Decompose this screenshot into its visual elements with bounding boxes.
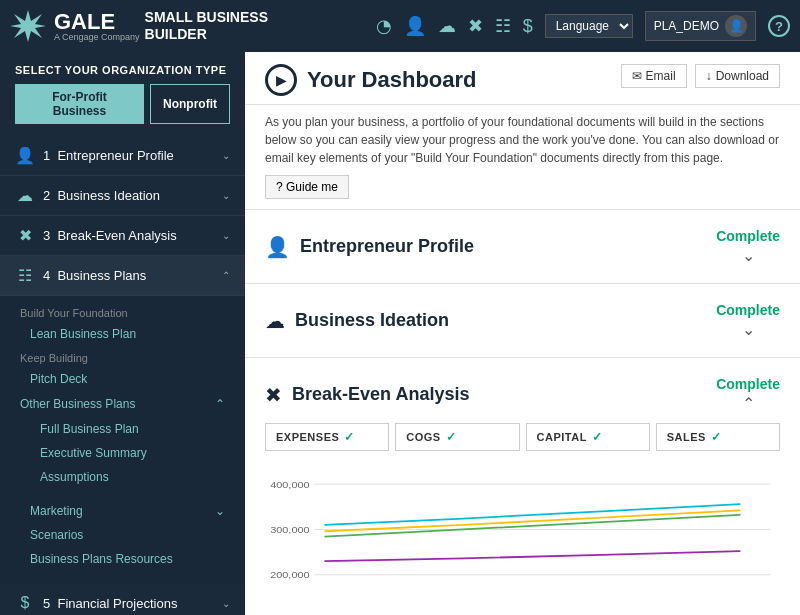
expenses-check-icon: ✓ — [344, 430, 355, 444]
lean-business-plan-item[interactable]: Lean Business Plan — [0, 322, 245, 346]
user-badge[interactable]: PLA_DEMO 👤 — [645, 11, 756, 41]
submenu-section1-label: Build Your Foundation — [0, 301, 245, 322]
expenses-label: EXPENSES — [276, 431, 339, 443]
ideation-section-icon: ☁ — [265, 309, 285, 333]
break-even-status: Complete — [716, 376, 780, 392]
org-type-buttons: For-Profit Business Nonprofit — [0, 84, 245, 136]
logo-gale: GALE — [54, 11, 140, 33]
sidebar-item-break-even[interactable]: ✖ 3 Break-Even Analysis ⌄ — [0, 216, 245, 256]
sales-label: SALES — [667, 431, 706, 443]
compass-icon[interactable]: ◔ — [376, 15, 392, 37]
dashboard-header: ▶ Your Dashboard ✉ Email ↓ Download — [245, 52, 800, 105]
executive-summary-item[interactable]: Executive Summary — [0, 441, 245, 465]
download-button[interactable]: ↓ Download — [695, 64, 780, 88]
sales-metric: SALES ✓ — [656, 423, 780, 451]
break-even-chevron-icon: ⌃ — [742, 394, 755, 413]
svg-text:400,000: 400,000 — [270, 479, 310, 490]
marketing-chevron-icon: ⌄ — [215, 504, 225, 518]
full-business-plan-item[interactable]: Full Business Plan — [0, 417, 245, 441]
user-label: PLA_DEMO — [654, 19, 719, 33]
break-even-section-icon: ✖ — [265, 383, 282, 407]
download-label: Download — [716, 69, 769, 83]
person-icon[interactable]: 👤 — [404, 15, 426, 37]
break-even-chart: 400,000 300,000 200,000 — [245, 461, 800, 615]
dollar-icon[interactable]: $ — [523, 16, 533, 37]
chevron-2-icon: ⌄ — [222, 190, 230, 201]
download-icon: ↓ — [706, 69, 712, 83]
plans-nav-icon: ☷ — [15, 266, 35, 285]
capital-label: CAPITAL — [537, 431, 587, 443]
dollar-nav-icon: $ — [15, 594, 35, 612]
sidebar-item-entrepreneur[interactable]: 👤 1 Entrepreneur Profile ⌄ — [0, 136, 245, 176]
svg-text:300,000: 300,000 — [270, 524, 310, 535]
assumptions-item[interactable]: Assumptions — [0, 465, 245, 489]
entrepreneur-section-title: Entrepreneur Profile — [300, 236, 474, 257]
nav-item-1-label: 1 Entrepreneur Profile — [43, 148, 174, 163]
chevron-4-icon: ⌃ — [222, 270, 230, 281]
entrepreneur-chevron-icon: ⌄ — [742, 246, 755, 265]
other-plans-chevron-icon: ⌃ — [215, 397, 225, 411]
nonprofit-button[interactable]: Nonprofit — [150, 84, 230, 124]
capital-check-icon: ✓ — [592, 430, 603, 444]
marketing-item[interactable]: Marketing ⌄ — [0, 499, 245, 523]
ideation-chevron-icon: ⌄ — [742, 320, 755, 339]
sidebar-title: SELECT YOUR ORGANIZATION TYPE — [0, 52, 245, 84]
main-layout: SELECT YOUR ORGANIZATION TYPE For-Profit… — [0, 52, 800, 615]
nav-item-5-label: 5 Financial Projections — [43, 596, 177, 611]
break-even-metrics: EXPENSES ✓ COGS ✓ CAPITAL ✓ SALES ✓ — [245, 423, 800, 461]
nav-item-3-label: 3 Break-Even Analysis — [43, 228, 177, 243]
file-icon[interactable]: ☷ — [495, 15, 511, 37]
entrepreneur-status: Complete — [716, 228, 780, 244]
chevron-1-icon: ⌄ — [222, 150, 230, 161]
graph-icon[interactable]: ✖ — [468, 15, 483, 37]
guide-me-button[interactable]: ? Guide me — [265, 175, 349, 199]
person-nav-icon: 👤 — [15, 146, 35, 165]
language-select[interactable]: Language — [545, 14, 633, 38]
svg-marker-0 — [10, 10, 46, 42]
cogs-label: COGS — [406, 431, 440, 443]
other-plans-items: Full Business Plan Executive Summary Ass… — [0, 417, 245, 489]
sidebar-item-business-plans[interactable]: ☷ 4 Business Plans ⌃ — [0, 256, 245, 296]
logo-cengage: A Cengage Company — [54, 33, 140, 42]
sidebar-item-financial-projections[interactable]: $ 5 Financial Projections ⌄ — [0, 584, 245, 615]
app-header: GALE A Cengage Company SMALL BUSINESSBUI… — [0, 0, 800, 52]
break-even-section-title: Break-Even Analysis — [292, 384, 469, 405]
dashboard-desc-text: As you plan your business, a portfolio o… — [265, 115, 779, 165]
sidebar-item-business-ideation[interactable]: ☁ 2 Business Ideation ⌄ — [0, 176, 245, 216]
dashboard: ▶ Your Dashboard ✉ Email ↓ Download As y… — [245, 52, 800, 615]
scenarios-item[interactable]: Scenarios — [0, 523, 245, 547]
business-plans-submenu: Build Your Foundation Lean Business Plan… — [0, 296, 245, 584]
for-profit-button[interactable]: For-Profit Business — [15, 84, 144, 124]
dashboard-actions: ✉ Email ↓ Download — [621, 64, 780, 88]
other-business-plans-header[interactable]: Other Business Plans ⌃ — [0, 391, 245, 417]
chart-svg: 400,000 300,000 200,000 — [265, 466, 780, 611]
nav-item-2-label: 2 Business Ideation — [43, 188, 160, 203]
capital-metric: CAPITAL ✓ — [526, 423, 650, 451]
email-button[interactable]: ✉ Email — [621, 64, 687, 88]
logo-area: GALE A Cengage Company SMALL BUSINESSBUI… — [10, 8, 268, 44]
break-even-nav-icon: ✖ — [15, 226, 35, 245]
header-icons: ◔ 👤 ☁ ✖ ☷ $ Language PLA_DEMO 👤 ? — [283, 11, 790, 41]
dashboard-play-icon: ▶ — [265, 64, 297, 96]
business-ideation-section[interactable]: ☁ Business Ideation Complete ⌄ — [245, 284, 800, 358]
chevron-3-icon: ⌄ — [222, 230, 230, 241]
dashboard-title: Your Dashboard — [307, 67, 477, 93]
other-plans-label: Other Business Plans — [20, 397, 135, 411]
ideation-status: Complete — [716, 302, 780, 318]
user-avatar-icon: 👤 — [725, 15, 747, 37]
submenu-section2-label: Keep Building — [0, 346, 245, 367]
cogs-metric: COGS ✓ — [395, 423, 519, 451]
entrepreneur-section-icon: 👤 — [265, 235, 290, 259]
dashboard-description: As you plan your business, a portfolio o… — [245, 105, 800, 210]
chevron-5-icon: ⌄ — [222, 598, 230, 609]
email-label: Email — [646, 69, 676, 83]
break-even-section: ✖ Break-Even Analysis Complete ⌃ EXPENSE… — [245, 358, 800, 615]
expenses-metric: EXPENSES ✓ — [265, 423, 389, 451]
business-plans-resources-item[interactable]: Business Plans Resources — [0, 547, 245, 571]
ideation-section-title: Business Ideation — [295, 310, 449, 331]
entrepreneur-profile-section[interactable]: 👤 Entrepreneur Profile Complete ⌄ — [245, 210, 800, 284]
break-even-header[interactable]: ✖ Break-Even Analysis Complete ⌃ — [245, 358, 800, 423]
help-icon[interactable]: ? — [768, 15, 790, 37]
idea-icon[interactable]: ☁ — [438, 15, 456, 37]
pitch-deck-item[interactable]: Pitch Deck — [0, 367, 245, 391]
